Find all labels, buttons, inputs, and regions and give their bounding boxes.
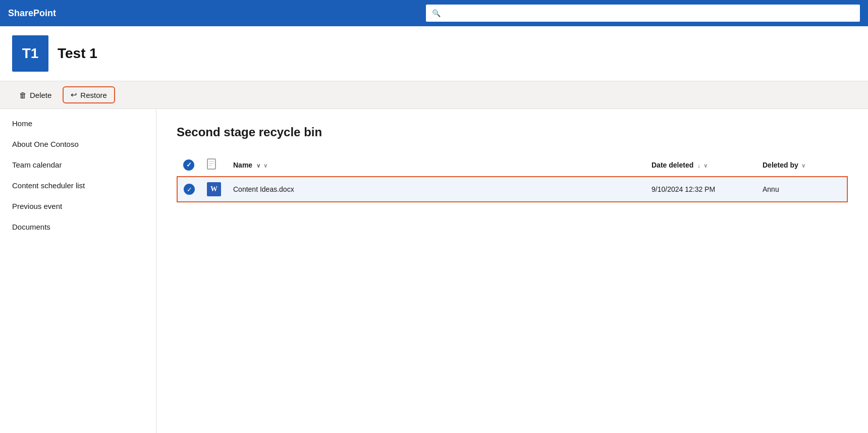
col-header-check: ✓: [177, 153, 201, 177]
name-sort-icon[interactable]: ∨: [256, 163, 260, 169]
word-doc-icon: [207, 182, 221, 196]
sidebar-item-about[interactable]: About One Contoso: [0, 134, 156, 154]
select-all-checkbox[interactable]: ✓: [183, 159, 194, 171]
sidebar-item-documents[interactable]: Documents: [0, 216, 156, 237]
sidebar-item-label: About One Contoso: [12, 140, 79, 148]
restore-icon: ↩: [71, 90, 77, 99]
restore-button[interactable]: ↩ Restore: [63, 86, 115, 103]
sidebar-item-label: Content scheduler list: [12, 181, 85, 190]
file-type-icon: [207, 163, 216, 171]
name-filter-icon[interactable]: ∨: [263, 163, 267, 169]
site-header: T1 Test 1: [0, 26, 868, 81]
delete-button[interactable]: 🗑 Delete: [12, 88, 59, 102]
site-logo: T1: [12, 35, 48, 72]
sidebar-item-content-scheduler[interactable]: Content scheduler list: [0, 175, 156, 196]
col-header-icon: [201, 153, 227, 177]
row-deleted-by: Annu: [756, 177, 847, 202]
sidebar-item-calendar[interactable]: Team calendar: [0, 154, 156, 175]
date-filter-icon[interactable]: ∨: [703, 163, 708, 169]
brand-logo: SharePoint: [8, 8, 56, 19]
table-row[interactable]: ✓ Content Ideas.docx 9/10/2024 12:32 PM …: [177, 177, 847, 202]
sidebar: Home About One Contoso Team calendar Con…: [0, 109, 156, 433]
search-input[interactable]: [445, 9, 854, 17]
search-icon: 🔍: [432, 9, 441, 17]
main-layout: Home About One Contoso Team calendar Con…: [0, 109, 868, 433]
content-area: Second stage recycle bin ✓: [156, 109, 868, 433]
col-header-date-deleted[interactable]: Date deleted ↓ ∨: [645, 153, 756, 177]
toolbar: 🗑 Delete ↩ Restore: [0, 81, 868, 109]
sidebar-item-label: Documents: [12, 223, 50, 231]
svg-rect-0: [207, 159, 215, 169]
trash-icon: 🗑: [19, 91, 27, 99]
page-title: Second stage recycle bin: [177, 125, 848, 139]
recycle-bin-table: ✓ Name ∨: [177, 153, 848, 202]
sidebar-item-label: Previous event: [12, 202, 62, 210]
row-date-deleted: 9/10/2024 12:32 PM: [645, 177, 756, 202]
site-title: Test 1: [58, 45, 97, 62]
delete-label: Delete: [30, 91, 51, 99]
row-checkbox[interactable]: ✓: [177, 177, 201, 202]
deleted-by-filter-icon[interactable]: ∨: [801, 163, 805, 169]
topbar: SharePoint 🔍: [0, 0, 868, 26]
search-box[interactable]: 🔍: [426, 5, 860, 22]
restore-label: Restore: [80, 91, 107, 99]
row-file-icon: [201, 177, 227, 202]
sidebar-item-label: Home: [12, 119, 32, 128]
col-header-name[interactable]: Name ∨ ∨: [227, 153, 645, 177]
col-header-deleted-by[interactable]: Deleted by ∨: [756, 153, 847, 177]
sidebar-item-previous-event[interactable]: Previous event: [0, 196, 156, 216]
row-file-name[interactable]: Content Ideas.docx: [227, 177, 645, 202]
sidebar-item-label: Team calendar: [12, 160, 62, 169]
sidebar-item-home[interactable]: Home: [0, 113, 156, 134]
date-sort-icon[interactable]: ↓: [697, 163, 700, 169]
